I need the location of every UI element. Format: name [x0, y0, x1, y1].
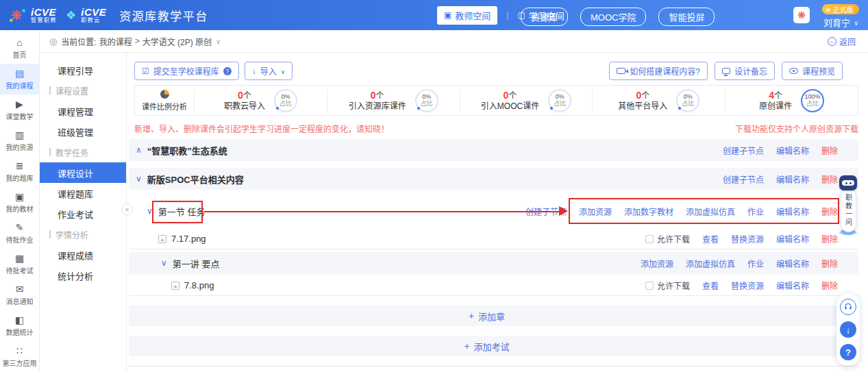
row-actions: 允许下载 查看 替换资源 编辑名称 删除	[645, 280, 838, 291]
sidebar-collapse-handle[interactable]: «	[121, 203, 133, 215]
sidebar-item-my-question-bank[interactable]: ≣ 我的题库	[0, 156, 39, 187]
help-button[interactable]: ?	[840, 344, 856, 360]
section-title[interactable]: 第一节 任务	[158, 205, 206, 218]
courseware-stats-card: 课件比例分析 0个 职教云导入 0% 占比 0个 引入资源库课件 0% 占比	[134, 85, 858, 116]
allow-download-checkbox[interactable]: 允许下载	[645, 233, 690, 245]
row-actions: 添加资源 添加虚拟仿真 作业 编辑名称 删除	[641, 258, 838, 269]
view-link[interactable]: 查看	[702, 233, 719, 245]
allow-download-checkbox[interactable]: 允许下载	[645, 280, 690, 291]
zhijiao-yiwen-widget[interactable]: 职教一问	[837, 175, 859, 235]
add-resource-link[interactable]: 添加资源	[579, 206, 612, 217]
delete-link[interactable]: 删除	[821, 233, 838, 245]
help-circle-icon[interactable]	[223, 67, 232, 75]
mooc-academy-button[interactable]: MOOC学院	[580, 8, 646, 26]
mini-app-logo[interactable]: ❋	[793, 7, 810, 23]
sidebar-item-statistics[interactable]: ◧ 数据统计	[0, 310, 39, 341]
delete-link[interactable]: 删除	[821, 145, 838, 156]
nav-teacher-space[interactable]: ▣ 教师空间	[437, 6, 497, 25]
percent-ring: 0% 占比	[676, 89, 699, 112]
view-link[interactable]: 查看	[702, 280, 719, 291]
sidebar-item-pending-homework[interactable]: ✎ 待批作业	[0, 218, 39, 249]
menu-item-course-management[interactable]: 课程管理	[40, 101, 126, 121]
edit-name-link[interactable]: 编辑名称	[776, 173, 809, 185]
sidebar-item-third-party-apps[interactable]: ∷ 第三方应用	[0, 341, 39, 372]
edit-name-link[interactable]: 编辑名称	[776, 233, 809, 245]
import-button[interactable]: 导入	[245, 62, 293, 80]
checkbox-icon[interactable]	[645, 282, 654, 290]
edit-name-link[interactable]: 编辑名称	[776, 206, 809, 217]
sidebar-item-classroom-teaching[interactable]: ▶ 课堂教学	[0, 95, 39, 125]
back-button[interactable]: 返回	[828, 36, 856, 47]
sidebar-item-my-resources[interactable]: ▥ 我的资源	[0, 125, 39, 156]
menu-group-learning-analysis: 学情分析	[40, 224, 126, 245]
resource-title[interactable]: 7.17.png	[171, 234, 206, 244]
chapter-title[interactable]: 新版SPOC平台相关内容	[147, 173, 244, 186]
download-button[interactable]: ↓	[840, 321, 856, 338]
edit-name-link[interactable]: 编辑名称	[776, 258, 809, 269]
edit-name-link[interactable]: 编辑名称	[776, 280, 809, 291]
chevron-down-icon[interactable]	[216, 36, 221, 46]
chapter-title[interactable]: “智慧职教”生态系统	[147, 144, 227, 157]
create-child-node-link[interactable]: 创建子节点	[525, 206, 567, 217]
group-bar	[49, 230, 51, 238]
menu-item-course-design[interactable]: 课程设计	[40, 162, 126, 183]
menu-item-homework-exam[interactable]: 作业考试	[40, 203, 126, 224]
chevron-up-icon[interactable]: ∧	[136, 145, 142, 155]
icve-zhijiaoyun-brand: iCVE 职教云	[81, 7, 106, 23]
create-child-node-link[interactable]: 创建子节点	[723, 145, 764, 156]
floating-action-stack: ↓ ?	[836, 293, 860, 366]
menu-item-course-guide[interactable]: 课程引导	[40, 60, 126, 80]
menu-group-course-settings: 课程设置	[40, 80, 126, 101]
chevron-down-icon[interactable]: ∨	[136, 174, 142, 184]
how-to-build-content-button[interactable]: 如何搭建课程内容?	[609, 62, 708, 80]
replace-resource-link[interactable]: 替换资源	[731, 233, 764, 245]
icve-zhihuizhijiao-logo-icon	[10, 7, 26, 23]
breadcrumb-my-courses[interactable]: 我的课程	[99, 36, 132, 47]
menu-item-statistical-analysis[interactable]: 统计分析	[40, 265, 126, 286]
edit-name-link[interactable]: 编辑名称	[776, 145, 809, 156]
add-exam-row[interactable]: + 添加考试	[129, 336, 858, 356]
logo-area: iCVE 智慧职教 ❖ iCVE 职教云 资源库教学平台	[0, 7, 208, 24]
sidebar-item-home[interactable]: ⌂ 首页	[0, 33, 39, 64]
sidebar-item-my-textbooks[interactable]: ▣ 我的教材	[0, 187, 39, 218]
stat-mooc-courseware: 0个 引入MOOC课件 0% 占比	[460, 89, 593, 112]
icve-zhijiaoyun-logo-icon: ❖	[66, 8, 76, 23]
delete-link[interactable]: 删除	[821, 206, 838, 217]
eye-icon	[789, 68, 798, 74]
menu-item-class-management[interactable]: 班级管理	[40, 121, 126, 142]
chevron-down-icon[interactable]: ∨	[161, 258, 167, 268]
add-digital-textbook-link[interactable]: 添加数字教材	[624, 206, 673, 217]
user-menu[interactable]: 刘育宁	[823, 16, 858, 29]
homework-link[interactable]: 作业	[747, 206, 764, 217]
customer-service-button[interactable]	[840, 299, 856, 315]
breadcrumb-current-course[interactable]: 大学语文 (2P) 原创	[142, 36, 212, 47]
delete-link[interactable]: 删除	[821, 280, 838, 291]
resource-title[interactable]: 7.8.png	[184, 280, 214, 290]
menu-item-course-grades[interactable]: 课程成绩	[40, 245, 126, 265]
design-memo-button[interactable]: 设计备忘	[715, 62, 775, 80]
add-chapter-row[interactable]: + 添加章	[129, 306, 858, 326]
version-badge: ◉ 正式版	[822, 4, 859, 14]
checkbox-icon[interactable]	[645, 235, 654, 243]
sidebar-item-my-courses[interactable]: ▤ 我的课程	[0, 64, 39, 95]
replace-resource-link[interactable]: 替换资源	[731, 280, 764, 291]
chevron-down-icon[interactable]: ∨	[147, 206, 153, 216]
plus-icon: +	[464, 340, 469, 351]
add-resource-link[interactable]: 添加资源	[641, 258, 673, 269]
create-child-node-link[interactable]: 创建子节点	[723, 173, 764, 185]
add-virtual-simulation-link[interactable]: 添加虚拟仿真	[686, 258, 735, 269]
subsection-title[interactable]: 第一讲 要点	[173, 257, 220, 270]
delete-link[interactable]: 删除	[821, 258, 838, 269]
menu-item-course-question-bank[interactable]: 课程题库	[40, 183, 126, 203]
submit-to-school-library-button[interactable]: 提交至学校课程库	[134, 62, 239, 80]
delete-link[interactable]: 删除	[821, 173, 838, 185]
sidebar-item-pending-exams[interactable]: ▦ 待批考试	[0, 249, 39, 280]
homework-link[interactable]: 作业	[747, 258, 764, 269]
add-virtual-simulation-link[interactable]: 添加虚拟仿真	[686, 206, 735, 217]
course-preview-button[interactable]: 课程预览	[782, 62, 843, 80]
smart-casting-button[interactable]: 智能投屏	[658, 8, 715, 26]
medal-icon: ◉	[826, 6, 831, 13]
nav-separator: |	[506, 10, 508, 20]
resource-library-button[interactable]: 资源库	[521, 8, 568, 26]
sidebar-item-notifications[interactable]: ✉ 消息通知	[0, 280, 39, 310]
